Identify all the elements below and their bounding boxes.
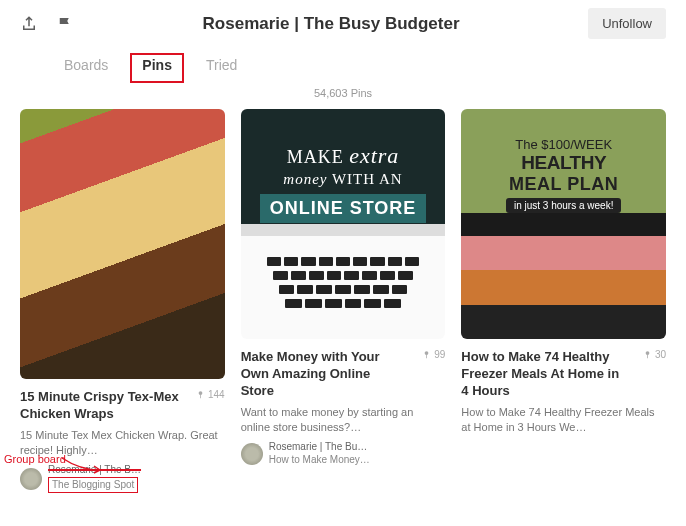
pin-icon bbox=[422, 350, 431, 359]
repin-count: 99 bbox=[422, 349, 445, 360]
unfollow-button[interactable]: Unfollow bbox=[588, 8, 666, 39]
svg-point-0 bbox=[199, 391, 203, 395]
repin-count: 144 bbox=[196, 389, 225, 400]
pin-attribution[interactable]: Rosemarie | The Bu… How to Make Money… bbox=[241, 441, 446, 466]
pin-card[interactable]: 15 Minute Crispy Tex-Mex Chicken Wraps 1… bbox=[20, 109, 225, 493]
pin-desc: How to Make 74 Healthy Freezer Meals at … bbox=[461, 405, 666, 435]
pin-image[interactable] bbox=[20, 109, 225, 379]
tab-tried[interactable]: Tried bbox=[202, 55, 241, 77]
pin-image[interactable]: The $100/WEEK HEALTHY MEAL PLAN in just … bbox=[461, 109, 666, 339]
pin-desc: Want to make money by starting an online… bbox=[241, 405, 446, 435]
avatar bbox=[20, 468, 42, 490]
pin-attribution[interactable]: Rosemarie | The B… The Blogging Spot bbox=[20, 464, 225, 493]
pin-title: Make Money with Your Own Amazing Online … bbox=[241, 349, 401, 400]
tab-pins[interactable]: Pins bbox=[138, 55, 176, 75]
board-name: The Blogging Spot bbox=[48, 477, 138, 494]
svg-point-2 bbox=[646, 351, 650, 355]
pin-count: 54,603 Pins bbox=[0, 87, 686, 99]
annotation-label: Group board bbox=[4, 453, 66, 465]
repin-count: 30 bbox=[643, 349, 666, 360]
annotation-arrow-icon bbox=[60, 448, 110, 478]
share-icon[interactable] bbox=[20, 15, 38, 33]
svg-point-1 bbox=[425, 351, 429, 355]
avatar bbox=[241, 443, 263, 465]
pin-card[interactable]: MAKE extra money WITH AN ONLINE STORE Ma… bbox=[241, 109, 446, 493]
pinner-name: Rosemarie | The Bu… bbox=[269, 441, 370, 454]
pin-icon bbox=[196, 390, 205, 399]
board-name: How to Make Money… bbox=[269, 454, 370, 467]
tab-boards[interactable]: Boards bbox=[60, 55, 112, 77]
flag-icon[interactable] bbox=[56, 15, 74, 33]
page-title: Rosemarie | The Busy Budgeter bbox=[74, 14, 588, 34]
pin-image[interactable]: MAKE extra money WITH AN ONLINE STORE bbox=[241, 109, 446, 339]
pin-title: How to Make 74 Healthy Freezer Meals At … bbox=[461, 349, 621, 400]
pin-icon bbox=[643, 350, 652, 359]
pin-card[interactable]: The $100/WEEK HEALTHY MEAL PLAN in just … bbox=[461, 109, 666, 493]
tabs: Boards Pins Tried bbox=[0, 43, 686, 83]
pin-title: 15 Minute Crispy Tex-Mex Chicken Wraps bbox=[20, 389, 180, 423]
